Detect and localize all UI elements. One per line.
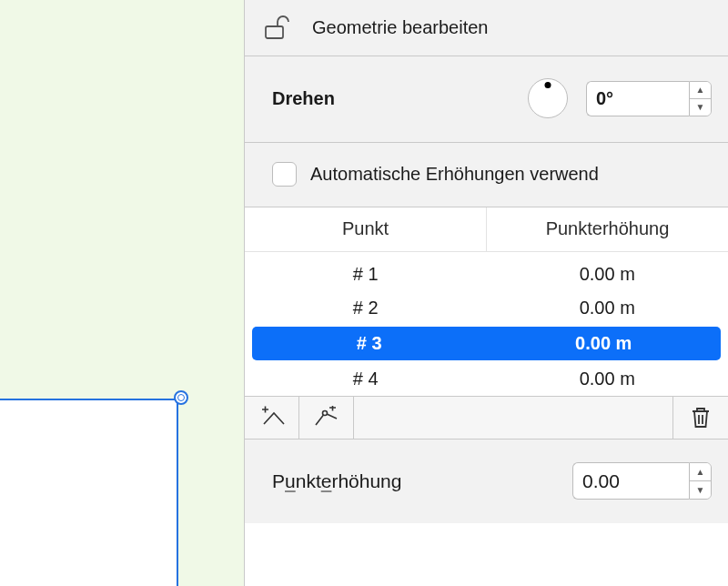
table-row[interactable]: # 40.00 m xyxy=(245,362,728,396)
stepper-up-icon[interactable]: ▲ xyxy=(690,463,711,481)
auto-label: Automatische Erhöhungen verwend xyxy=(310,164,599,185)
unlock-icon xyxy=(265,15,292,39)
auto-elevation-section: Automatische Erhöhungen verwend xyxy=(245,143,728,207)
svg-point-1 xyxy=(322,411,327,416)
rotation-input[interactable]: 0° xyxy=(586,81,689,116)
rotate-section: Drehen 0° ▲ ▼ xyxy=(245,56,728,143)
selected-shape[interactable] xyxy=(0,399,178,586)
add-point-before-button[interactable] xyxy=(245,397,299,439)
elevation-cell: 0.00 m xyxy=(487,264,729,285)
point-elevation-section: Punkterhöhung 0.00 ▲ ▼ xyxy=(245,440,728,523)
rotate-label: Drehen xyxy=(272,88,335,109)
point-elevation-input[interactable]: 0.00 xyxy=(572,462,689,500)
canvas-area[interactable] xyxy=(0,0,244,586)
table-row[interactable]: # 10.00 m xyxy=(245,258,728,291)
point-cell: # 1 xyxy=(245,264,487,285)
point-elevation-label: Punkterhöhung xyxy=(272,470,401,492)
properties-panel: Geometrie bearbeiten Drehen 0° ▲ ▼ Autom… xyxy=(244,0,728,586)
point-cell: # 3 xyxy=(252,333,487,354)
add-point-after-button[interactable] xyxy=(299,397,354,439)
column-header-point[interactable]: Punkt xyxy=(245,207,487,251)
table-toolbar xyxy=(245,396,728,440)
points-table: Punkt Punkterhöhung # 10.00 m# 20.00 m# … xyxy=(245,207,728,396)
stepper-down-icon[interactable]: ▼ xyxy=(690,481,711,499)
point-elevation-stepper[interactable]: ▲ ▼ xyxy=(689,462,712,500)
elevation-cell: 0.00 m xyxy=(487,369,729,389)
rotation-stepper[interactable]: ▲ ▼ xyxy=(689,81,712,116)
vertex-handle[interactable] xyxy=(174,390,188,405)
point-cell: # 4 xyxy=(245,369,487,389)
rotation-dial[interactable] xyxy=(528,78,568,118)
point-cell: # 2 xyxy=(245,298,487,318)
table-row[interactable]: # 20.00 m xyxy=(245,291,728,325)
elevation-cell: 0.00 m xyxy=(487,333,722,354)
section-header: Geometrie bearbeiten xyxy=(245,0,728,56)
stepper-down-icon[interactable]: ▼ xyxy=(690,99,711,116)
elevation-cell: 0.00 m xyxy=(487,298,729,318)
auto-checkbox[interactable] xyxy=(272,162,297,187)
svg-rect-0 xyxy=(266,26,283,38)
column-header-elevation[interactable]: Punkterhöhung xyxy=(487,207,728,251)
section-title: Geometrie bearbeiten xyxy=(312,17,488,38)
stepper-up-icon[interactable]: ▲ xyxy=(690,82,711,99)
table-row[interactable]: # 30.00 m xyxy=(252,327,721,360)
delete-point-button[interactable] xyxy=(673,397,728,439)
